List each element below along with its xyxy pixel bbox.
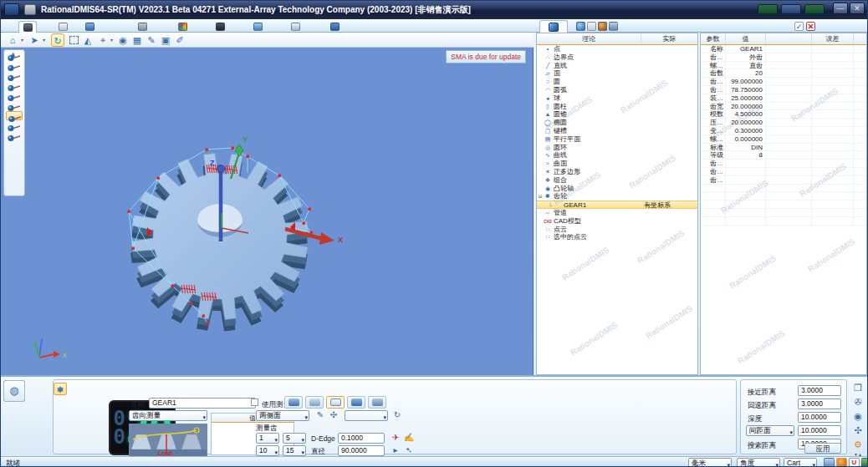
props-row[interactable]: 装…25.000000 — [701, 94, 866, 103]
tree-item[interactable]: ❖组合 — [537, 176, 697, 185]
pipe-shape-icon[interactable]: ∽ — [54, 383, 67, 395]
tab-colors[interactable] — [174, 21, 192, 33]
tree-item[interactable]: ∷选中的点云 — [537, 233, 697, 241]
view-tab-2[interactable] — [305, 396, 324, 409]
home-caret-icon[interactable]: ▾ — [21, 37, 23, 43]
machine-status-icon[interactable] — [861, 458, 868, 467]
props-row[interactable]: 齿…99.000000 — [701, 78, 866, 86]
marquee-select-icon[interactable] — [69, 36, 79, 44]
probe-mode-5-icon[interactable] — [6, 91, 23, 100]
tool-status-icon[interactable]: U — [849, 458, 860, 467]
retract-input[interactable]: 3.0000 — [798, 398, 841, 409]
tree-item[interactable]: ○圆 — [537, 78, 697, 86]
tab-phone[interactable] — [212, 21, 230, 33]
tab-globe[interactable] — [249, 21, 268, 33]
props-row[interactable]: 螺…0.000000 — [701, 135, 866, 144]
tree-item[interactable]: ▢键槽 — [537, 127, 697, 135]
tree-item[interactable]: ∽管道 — [537, 209, 697, 217]
copy-icon[interactable]: ❐ — [850, 381, 865, 394]
probe-mode-2-icon[interactable] — [6, 61, 23, 70]
props-row[interactable]: 压…20.000000 — [701, 119, 866, 127]
tool-pot-button[interactable]: ◍ — [3, 380, 25, 402]
flank-select[interactable]: 两侧面▾ — [256, 410, 309, 421]
props-row[interactable]: 名称GEAR1 — [701, 45, 866, 53]
tree-item[interactable]: ◉凸轮轴 — [537, 185, 697, 193]
tab-features-panel[interactable] — [539, 20, 568, 33]
props-row[interactable] — [701, 217, 866, 226]
probe-mode-3-icon[interactable] — [6, 71, 23, 80]
probe-go-icon[interactable]: ➴ — [403, 445, 415, 454]
props-row[interactable]: 等级8 — [701, 151, 866, 160]
props-row[interactable]: 变…0.300000 — [701, 127, 866, 135]
tree-item[interactable]: ∿曲线 — [537, 151, 697, 160]
props-row[interactable]: 齿… — [701, 168, 866, 176]
tree-item[interactable]: ✶正多边形 — [537, 168, 697, 176]
zoom-icon[interactable]: ◉ — [850, 409, 865, 423]
alignment-icon[interactable]: ⌖ — [96, 33, 110, 47]
props-row[interactable] — [701, 192, 866, 201]
cycle-icon[interactable]: ↻ — [391, 410, 403, 419]
coordinate-status-icon[interactable] — [824, 458, 835, 467]
tree-item[interactable]: CADCAD模型 — [537, 217, 697, 226]
apply-button[interactable]: 应用 — [804, 443, 841, 454]
close-panel-icon[interactable]: ✕ — [806, 22, 815, 31]
joystick-status-icon[interactable] — [836, 458, 847, 467]
props-row[interactable]: 螺…直齿 — [701, 62, 866, 70]
close-button[interactable]: ✕ — [850, 3, 865, 14]
palette-icon[interactable]: ▦ — [130, 33, 144, 47]
probe-mode-1-icon[interactable] — [6, 51, 23, 60]
tooth-select-3[interactable]: 10▾ — [256, 445, 279, 456]
box-icon[interactable]: ▣ — [159, 33, 172, 47]
pointer-icon[interactable]: ➤ — [28, 33, 41, 47]
tree-item[interactable]: ▲圆锥 — [537, 110, 697, 119]
ball-view-icon[interactable] — [598, 22, 607, 31]
props-row[interactable]: 齿… — [701, 160, 866, 168]
refresh-view-icon[interactable]: ↻ — [51, 33, 64, 47]
monitor-view-icon[interactable] — [609, 22, 618, 31]
annotate-icon[interactable]: ✎ — [145, 33, 158, 47]
tree-item[interactable]: •点 — [537, 45, 697, 53]
name-input[interactable]: GEAR1 — [149, 398, 256, 409]
clearance-plane-select[interactable]: 间距面▾ — [746, 425, 794, 436]
controller-icon[interactable] — [804, 4, 825, 14]
props-row[interactable]: 齿… — [701, 176, 866, 185]
sma-update-badge[interactable]: SMA is due for update — [446, 50, 526, 63]
props-row[interactable]: 齿宽20.000000 — [701, 103, 866, 111]
view-tab-5[interactable] — [368, 396, 386, 409]
depth-input[interactable]: 10.0000 — [798, 412, 841, 423]
probe-path-icon[interactable]: ✇ — [850, 395, 865, 409]
tree-item[interactable]: ⊟✱齿轮 — [537, 192, 697, 201]
tooth-select-1[interactable]: 1▾ — [256, 433, 279, 444]
view-tab-4[interactable] — [347, 396, 365, 409]
tab-document[interactable] — [54, 21, 73, 33]
tab-table[interactable] — [81, 21, 100, 33]
viewport-3d[interactable]: X Y Z X ➤ — [1, 48, 534, 375]
probe-mode-6-icon[interactable] — [6, 101, 23, 110]
strategy-select[interactable]: ▾ — [345, 410, 388, 421]
paint-icon[interactable]: ✐ — [173, 33, 186, 47]
alignment-caret-icon[interactable]: ▾ — [110, 37, 113, 43]
tree-item[interactable]: ▤平行平面 — [537, 135, 697, 144]
angle-select[interactable]: 角度▾ — [737, 458, 780, 467]
tab-machine[interactable] — [18, 21, 37, 33]
unit-select[interactable]: 毫米▾ — [688, 458, 732, 467]
play-icon[interactable]: ▸ — [390, 445, 401, 454]
approach-input[interactable]: 3.0000 — [798, 385, 841, 396]
tree-item[interactable]: └GEAR1 有坐标系 — [537, 201, 697, 209]
props-row[interactable] — [701, 201, 866, 209]
probe-move-icon[interactable]: ✣ — [850, 424, 865, 437]
machine-connect-icon[interactable] — [758, 4, 778, 14]
edit-pad-icon[interactable]: ✍ — [403, 433, 415, 442]
view-tab-3[interactable] — [326, 396, 345, 409]
props-row[interactable]: 齿数20 — [701, 69, 866, 78]
probe-mode-7-icon[interactable] — [6, 111, 23, 120]
use-points-checkbox[interactable] — [251, 398, 258, 406]
tree-item[interactable]: ∷点云 — [537, 226, 697, 234]
probe-point-icon[interactable]: ✈ — [390, 433, 401, 442]
probe-mode-9-icon[interactable] — [6, 131, 23, 140]
probe-view-icon[interactable] — [587, 22, 596, 31]
props-row[interactable] — [701, 185, 866, 193]
props-row[interactable]: 标准DIN — [701, 144, 866, 152]
props-row[interactable]: 齿…外齿 — [701, 53, 866, 62]
props-row[interactable]: 模数4.500000 — [701, 110, 866, 119]
